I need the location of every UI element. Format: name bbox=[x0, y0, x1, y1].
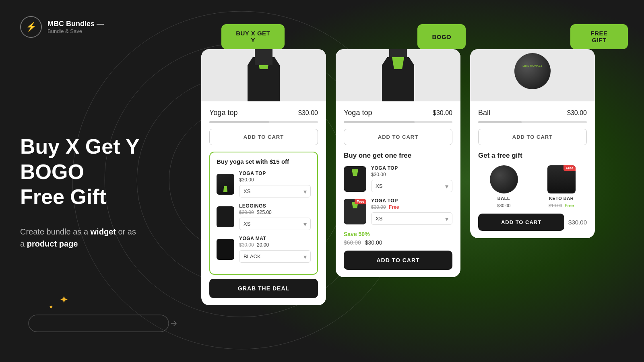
card1-bundle-title: Buy yoga set with $15 off bbox=[217, 158, 311, 165]
card3-gift-items: BALL $30.00 Free KETO BAR $10.00 Free bbox=[478, 165, 587, 208]
card1-item1-info: YOGA TOP $30.00 XSSML bbox=[239, 171, 311, 197]
card3-ball-img bbox=[514, 53, 551, 89]
heading-line1: Buy X Get Y bbox=[20, 134, 165, 159]
card-free-gift: LIME MONKEY Ball $30.00 ADD TO CART Get … bbox=[470, 49, 595, 238]
card2-item1-yoga-svg bbox=[344, 166, 366, 192]
card2-item2-original: $30.00 bbox=[371, 204, 386, 210]
hero-text: Buy X Get Y BOGO Free Gift Create bundle… bbox=[20, 38, 165, 346]
card3-product-row: Ball $30.00 bbox=[478, 109, 587, 117]
card1-clip bbox=[255, 49, 272, 65]
card1-product-name: Yoga top bbox=[209, 109, 237, 117]
card1-item3-select[interactable]: BLACKBLUEGREY bbox=[239, 250, 311, 263]
card1-item2-select-wrapper: XSSML bbox=[239, 218, 311, 230]
card2-item2-price: $30.00 Free bbox=[371, 204, 452, 210]
card1-item3-info: YOGA MAT $30.00 20.00 BLACKBLUEGREY bbox=[239, 236, 311, 263]
card3-ketobar-free-text: Free bbox=[565, 203, 574, 208]
hero-heading: Buy X Get Y BOGO Free Gift bbox=[20, 134, 165, 209]
card2-bogo-item2-info: YOGA TOP $30.00 Free XSSML bbox=[371, 198, 452, 225]
card2-item2-free-text: Free bbox=[389, 204, 399, 210]
card2-item1-select-wrapper: XSSML bbox=[371, 180, 452, 192]
subtext-mid: or as bbox=[116, 227, 136, 236]
card1-item2-select[interactable]: XSSML bbox=[239, 218, 311, 230]
card1-item3-price: $30.00 20.00 bbox=[239, 242, 311, 248]
card2-product-price: $30.00 bbox=[433, 109, 452, 117]
card1-item1-name: YOGA TOP bbox=[239, 171, 311, 176]
brand-tagline: Bundle & Save bbox=[47, 28, 104, 34]
card3-body: Ball $30.00 ADD TO CART Get a free gift … bbox=[470, 101, 595, 238]
heading-line2: BOGO bbox=[20, 159, 165, 184]
card3-ball-item-img bbox=[490, 165, 518, 193]
card1-add-to-cart-btn[interactable]: ADD TO CART bbox=[209, 129, 318, 145]
card-bogo: Yoga top $30.00 ADD TO CART Buy one get … bbox=[336, 49, 460, 277]
card1-product-price: $30.00 bbox=[298, 109, 318, 117]
hero-subtext: Create bundle as a widget or as a produc… bbox=[20, 226, 165, 250]
card3-ketobar-free-badge: Free bbox=[564, 165, 575, 171]
card2-sale-total: $30.00 bbox=[365, 239, 382, 246]
card2-item1-name: YOGA TOP bbox=[371, 165, 452, 171]
card3-ketobar-item-img: Free bbox=[547, 165, 576, 193]
card2-body: Yoga top $30.00 ADD TO CART Buy one get … bbox=[336, 101, 460, 277]
card1-item2-info: LEGGINGS $30.00 $25.00 XSSML bbox=[239, 203, 311, 230]
logo-area: ⚡ MBC Bundles — Bundle & Save bbox=[20, 16, 165, 38]
card1-bundle-item-2: LEGGINGS $30.00 $25.00 XSSML bbox=[217, 203, 311, 230]
card1-item2-name: LEGGINGS bbox=[239, 203, 311, 209]
card1-bundle-item-3: YOGA MAT $30.00 20.00 BLACKBLUEGREY bbox=[217, 236, 311, 263]
card3-cta-row: ADD TO CART $30.00 bbox=[478, 214, 587, 231]
card2-save-text: Save 50% bbox=[344, 231, 370, 237]
subtext-prefix: Create bundle as a bbox=[20, 227, 91, 236]
card2-item2-select[interactable]: XSSML bbox=[371, 212, 452, 225]
subtext-bold1: widget bbox=[91, 227, 116, 236]
card2-total-price: $60.00 $30.00 bbox=[344, 239, 452, 246]
card2-add-to-cart-dark-btn[interactable]: ADD TO CART bbox=[344, 251, 452, 270]
card1-bundle-box: Buy yoga set with $15 off YOGA TOP $30.0… bbox=[209, 152, 318, 275]
main-content: BUY X GET Y BOGO FREE GIFT Yoga top $30.… bbox=[185, 0, 644, 362]
card3-progress-fill bbox=[478, 121, 522, 123]
card3-section-title: Get a free gift bbox=[478, 152, 587, 160]
heading-line3: Free Gift bbox=[20, 184, 165, 209]
card3-progress-bar bbox=[478, 121, 587, 123]
sidebar: ⚡ MBC Bundles — Bundle & Save Buy X Get … bbox=[0, 0, 185, 362]
card2-bogo-item-2: Free YOGA TOP $30.00 Free XSSML bbox=[344, 198, 452, 225]
card3-ketobar-price: $10.00 Free bbox=[549, 203, 574, 208]
card1-bundle-item-1: YOGA TOP $30.00 XSSML bbox=[217, 171, 311, 197]
card2-bogo-item1-info: YOGA TOP $30.00 XSSML bbox=[371, 165, 452, 192]
card2-add-to-cart-btn[interactable]: ADD TO CART bbox=[344, 129, 452, 145]
cards-container: Yoga top $30.00 ADD TO CART Buy yoga set… bbox=[201, 43, 628, 305]
card2-item2-free-badge: Free bbox=[355, 199, 366, 204]
card3-ketobar-name: KETO BAR bbox=[549, 196, 574, 201]
card2-original-total: $60.00 bbox=[344, 239, 361, 246]
card3-ball-price: $30.00 bbox=[497, 203, 511, 208]
card3-ball-label: LIME MONKEY bbox=[522, 64, 542, 67]
logo-text-area: MBC Bundles — Bundle & Save bbox=[47, 20, 104, 34]
card1-grab-deal-btn[interactable]: GRAB THE DEAL bbox=[209, 279, 318, 298]
card3-ball-name: BALL bbox=[497, 196, 510, 201]
card2-product-row: Yoga top $30.00 bbox=[344, 109, 452, 117]
card1-item1-select[interactable]: XSSML bbox=[239, 185, 311, 197]
card1-item3-name: YOGA MAT bbox=[239, 236, 311, 241]
card3-add-to-cart-btn[interactable]: ADD TO CART bbox=[478, 129, 587, 145]
card1-progress-fill bbox=[209, 121, 269, 123]
card2-product-image bbox=[336, 49, 460, 101]
sparkle-small: ✦ bbox=[48, 303, 54, 311]
card3-gift-ketobar: Free KETO BAR $10.00 Free bbox=[536, 165, 587, 208]
card2-bogo-item-1: YOGA TOP $30.00 XSSML bbox=[344, 165, 452, 192]
card2-yoga-top-svg bbox=[380, 53, 416, 101]
card2-save-row: Save 50% bbox=[344, 230, 452, 238]
arrow-decoration bbox=[28, 315, 177, 334]
subtext-bold2: product page bbox=[27, 239, 78, 248]
svg-marker-9 bbox=[392, 57, 404, 69]
card3-add-to-cart-gift-btn[interactable]: ADD TO CART bbox=[478, 214, 564, 231]
card1-item3-img bbox=[217, 239, 234, 260]
card2-bogo-item2-img: Free bbox=[344, 199, 366, 224]
card2-bogo-item1-img bbox=[344, 166, 366, 192]
card2-item2-select-wrapper: XSSML bbox=[371, 212, 452, 225]
subtext-line2: a bbox=[20, 239, 27, 248]
card3-cta-price: $30.00 bbox=[568, 219, 587, 226]
card2-item1-select[interactable]: XSSML bbox=[371, 180, 452, 192]
card1-product-row: Yoga top $30.00 bbox=[209, 109, 318, 117]
logo-circle: ⚡ bbox=[20, 16, 42, 38]
card2-progress-bar bbox=[344, 121, 452, 123]
card1-item2-img bbox=[217, 206, 234, 227]
card1-item1-select-wrapper: XSSML bbox=[239, 185, 311, 197]
card-buy-x-get-y: Yoga top $30.00 ADD TO CART Buy yoga set… bbox=[201, 49, 326, 305]
